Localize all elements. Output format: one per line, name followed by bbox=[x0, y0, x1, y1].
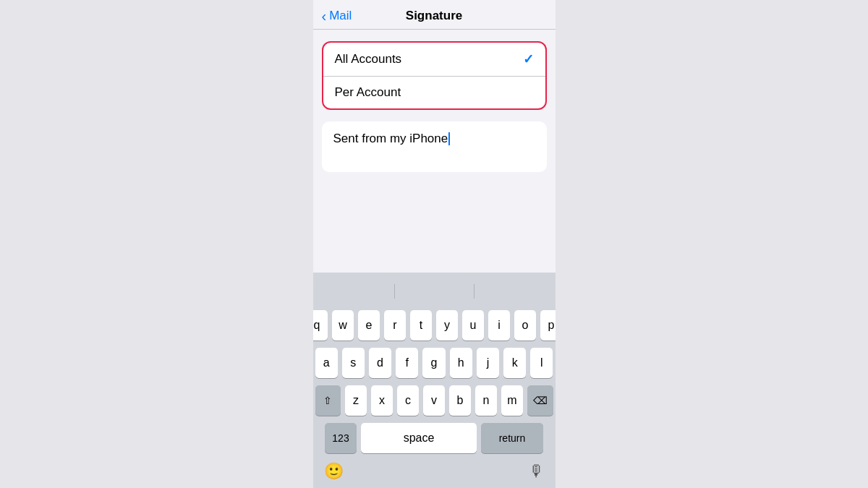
per-account-option[interactable]: Per Account bbox=[323, 77, 545, 108]
key-h[interactable]: h bbox=[450, 348, 472, 378]
key-c[interactable]: c bbox=[397, 385, 419, 416]
key-t[interactable]: t bbox=[410, 310, 432, 341]
key-j[interactable]: j bbox=[477, 348, 499, 378]
key-p[interactable]: p bbox=[540, 310, 556, 341]
emoji-button[interactable]: 🙂 bbox=[324, 462, 344, 481]
shift-key[interactable]: ⇧ bbox=[315, 385, 341, 416]
content-area: All Accounts ✓ Per Account Sent from my … bbox=[313, 30, 556, 273]
keyboard: q w e r t y u i o p a s d f g h j k l ⇧ … bbox=[313, 273, 556, 488]
emoji-mic-row: 🙂 🎙 bbox=[315, 459, 553, 485]
all-accounts-option[interactable]: All Accounts ✓ bbox=[323, 43, 545, 77]
key-z[interactable]: z bbox=[345, 385, 367, 416]
all-accounts-label: All Accounts bbox=[335, 52, 402, 67]
key-x[interactable]: x bbox=[371, 385, 393, 416]
nav-bar: ‹ Mail Signature bbox=[313, 0, 556, 30]
delete-key[interactable]: ⌫ bbox=[527, 385, 553, 416]
space-key[interactable]: space bbox=[361, 423, 477, 453]
divider-2 bbox=[474, 284, 475, 299]
signature-text-area[interactable]: Sent from my iPhone bbox=[322, 121, 547, 172]
key-m[interactable]: m bbox=[501, 385, 523, 416]
key-v[interactable]: v bbox=[423, 385, 445, 416]
key-s[interactable]: s bbox=[342, 348, 365, 378]
key-e[interactable]: e bbox=[358, 310, 380, 341]
keyboard-row-2: a s d f g h j k l bbox=[315, 348, 553, 378]
key-y[interactable]: y bbox=[436, 310, 458, 341]
predictive-bar bbox=[315, 278, 553, 304]
chevron-left-icon: ‹ bbox=[322, 9, 327, 23]
key-f[interactable]: f bbox=[396, 348, 418, 378]
key-n[interactable]: n bbox=[475, 385, 497, 416]
signature-text: Sent from my iPhone bbox=[333, 132, 448, 145]
microphone-button[interactable]: 🎙 bbox=[529, 462, 545, 481]
key-l[interactable]: l bbox=[530, 348, 553, 378]
key-a[interactable]: a bbox=[315, 348, 338, 378]
page-title: Signature bbox=[406, 9, 462, 23]
key-u[interactable]: u bbox=[462, 310, 484, 341]
key-d[interactable]: d bbox=[369, 348, 391, 378]
keyboard-row-3: ⇧ z x c v b n m ⌫ bbox=[315, 385, 553, 416]
per-account-label: Per Account bbox=[335, 85, 401, 100]
key-g[interactable]: g bbox=[422, 348, 445, 378]
keyboard-row-4: 123 space return bbox=[315, 423, 553, 453]
checkmark-icon: ✓ bbox=[523, 51, 534, 67]
phone-screen: ‹ Mail Signature All Accounts ✓ Per Acco… bbox=[313, 0, 556, 488]
key-b[interactable]: b bbox=[449, 385, 471, 416]
back-button[interactable]: ‹ Mail bbox=[322, 9, 352, 23]
key-i[interactable]: i bbox=[488, 310, 510, 341]
key-q[interactable]: q bbox=[313, 310, 328, 341]
key-r[interactable]: r bbox=[384, 310, 406, 341]
key-k[interactable]: k bbox=[503, 348, 526, 378]
keyboard-row-1: q w e r t y u i o p bbox=[315, 310, 553, 341]
key-o[interactable]: o bbox=[514, 310, 536, 341]
account-selection-group: All Accounts ✓ Per Account bbox=[322, 41, 547, 110]
back-label: Mail bbox=[329, 9, 352, 23]
return-key[interactable]: return bbox=[481, 423, 543, 453]
key-w[interactable]: w bbox=[332, 310, 354, 341]
divider-1 bbox=[394, 284, 395, 299]
numbers-key[interactable]: 123 bbox=[325, 423, 357, 453]
text-cursor bbox=[448, 132, 450, 145]
